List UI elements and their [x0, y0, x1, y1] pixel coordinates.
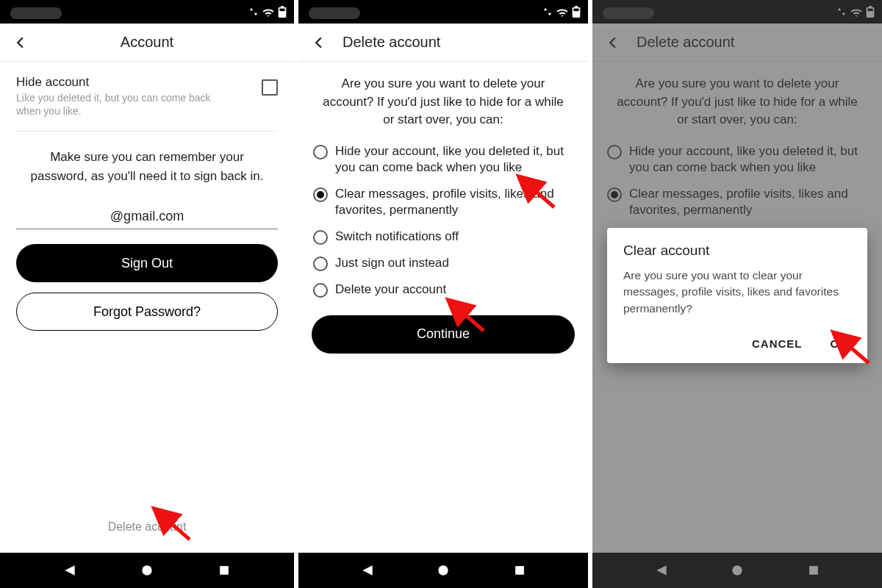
option-label: Hide your account, like you deleted it, …	[629, 143, 867, 176]
radio-icon	[313, 230, 328, 245]
nav-bar: Delete account	[298, 24, 588, 62]
wifi-icon	[262, 7, 275, 17]
page-title: Delete account	[343, 34, 440, 51]
dialog-message: Are you sure you want to clear your mess…	[623, 268, 851, 317]
nav-bar: Delete account	[592, 24, 882, 62]
nav-bar: Account	[0, 24, 294, 62]
hide-account-title: Hide account	[16, 75, 222, 90]
dialog-cancel-button[interactable]: CANCEL	[749, 333, 806, 354]
radio-icon	[607, 145, 622, 159]
back-button[interactable]	[592, 36, 634, 49]
battery-icon	[572, 6, 581, 18]
screen-clear-dialog: Delete account Are you sure you want to …	[588, 0, 882, 588]
status-blackout	[10, 7, 62, 19]
status-bar	[298, 0, 588, 24]
svg-point-5	[438, 565, 448, 575]
svg-rect-6	[515, 566, 524, 575]
password-reminder-text: Make sure you can remember your password…	[16, 148, 278, 185]
option-sign-out[interactable]: Just sign out instead	[312, 250, 575, 276]
radio-icon	[313, 257, 328, 271]
data-updown-icon	[542, 7, 553, 17]
data-updown-icon	[248, 7, 259, 17]
delete-question-text: Are you sure you want to delete your acc…	[298, 62, 588, 138]
nav-home-icon[interactable]	[730, 563, 745, 578]
battery-icon	[866, 6, 875, 18]
chevron-left-icon	[14, 36, 27, 49]
chevron-left-icon	[606, 36, 620, 49]
option-hide[interactable]: Hide your account, like you deleted it, …	[606, 138, 869, 181]
svg-rect-0	[279, 9, 284, 12]
radio-icon	[313, 187, 328, 202]
data-updown-icon	[836, 7, 847, 17]
svg-rect-2	[220, 566, 229, 575]
radio-icon	[313, 145, 328, 159]
option-label: Clear messages, profile visits, likes an…	[335, 186, 573, 218]
nav-home-icon[interactable]	[436, 563, 451, 578]
option-notifications-off[interactable]: Switch notifications off	[312, 223, 575, 250]
status-blackout	[603, 7, 654, 19]
option-label: Switch notifications off	[335, 229, 459, 245]
options-list: Hide your account, like you deleted it, …	[298, 138, 588, 304]
page-title: Account	[0, 34, 294, 51]
hide-account-checkbox[interactable]	[262, 79, 278, 96]
option-label: Just sign out instead	[335, 255, 449, 271]
delete-account-link[interactable]: Delete account	[16, 520, 278, 534]
wifi-icon	[850, 7, 863, 17]
svg-point-1	[142, 565, 151, 575]
option-label: Clear messages, profile visits, likes an…	[629, 186, 867, 218]
option-label: Hide your account, like you deleted it, …	[335, 143, 573, 176]
dialog-title: Clear account	[623, 243, 851, 259]
continue-button[interactable]: Continue	[312, 315, 575, 354]
nav-recent-icon[interactable]	[806, 563, 821, 578]
svg-rect-4	[573, 9, 578, 12]
radio-icon	[607, 187, 622, 202]
option-label: Delete your account	[335, 282, 446, 298]
status-bar	[0, 0, 294, 24]
hide-account-row[interactable]: Hide account Like you deleted it, but yo…	[16, 75, 278, 132]
clear-account-dialog: Clear account Are you sure you want to c…	[607, 228, 867, 363]
nav-home-icon[interactable]	[140, 563, 154, 578]
android-nav-bar	[0, 553, 294, 588]
nav-back-icon[interactable]	[654, 563, 669, 578]
svg-rect-9	[867, 9, 872, 12]
wifi-icon	[556, 7, 569, 17]
back-button[interactable]	[0, 36, 41, 49]
screen-account: Account Hide account Like you deleted it…	[0, 0, 294, 588]
android-nav-bar	[298, 553, 588, 588]
forgot-password-button[interactable]: Forgot Password?	[16, 293, 278, 331]
nav-recent-icon[interactable]	[217, 563, 232, 578]
radio-icon	[313, 283, 328, 298]
option-clear[interactable]: Clear messages, profile visits, likes an…	[606, 181, 869, 223]
nav-recent-icon[interactable]	[512, 563, 527, 578]
email-field[interactable]	[16, 204, 278, 229]
chevron-left-icon	[312, 36, 326, 49]
svg-rect-11	[809, 566, 818, 575]
option-hide[interactable]: Hide your account, like you deleted it, …	[312, 138, 575, 181]
status-bar	[592, 0, 882, 24]
nav-back-icon[interactable]	[62, 563, 77, 578]
delete-question-text: Are you sure you want to delete your acc…	[592, 62, 882, 138]
nav-back-icon[interactable]	[360, 563, 375, 578]
android-nav-bar	[592, 553, 882, 588]
back-button[interactable]	[298, 36, 340, 49]
status-blackout	[309, 7, 360, 19]
page-title: Delete account	[637, 34, 734, 51]
svg-point-10	[732, 565, 742, 575]
sign-out-button[interactable]: Sign Out	[16, 244, 278, 282]
dialog-ok-button[interactable]: OK	[828, 333, 852, 354]
option-clear[interactable]: Clear messages, profile visits, likes an…	[312, 181, 575, 223]
option-delete[interactable]: Delete your account	[312, 276, 575, 303]
battery-icon	[278, 6, 287, 18]
hide-account-subtitle: Like you deleted it, but you can come ba…	[16, 91, 222, 118]
screen-delete-options: Delete account Are you sure you want to …	[294, 0, 588, 588]
